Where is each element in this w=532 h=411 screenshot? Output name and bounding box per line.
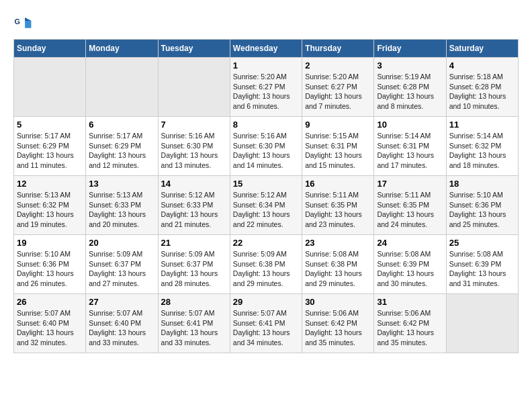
day-info: Sunrise: 5:17 AM Sunset: 6:29 PM Dayligh…: [17, 131, 83, 171]
cell-week3-day0: 12Sunrise: 5:13 AM Sunset: 6:32 PM Dayli…: [14, 176, 86, 235]
cell-week2-day3: 8Sunrise: 5:16 AM Sunset: 6:30 PM Daylig…: [230, 117, 302, 176]
header-row: SundayMondayTuesdayWednesdayThursdayFrid…: [14, 40, 519, 58]
cell-week5-day1: 27Sunrise: 5:07 AM Sunset: 6:40 PM Dayli…: [86, 294, 158, 353]
cell-week4-day5: 24Sunrise: 5:08 AM Sunset: 6:39 PM Dayli…: [374, 235, 446, 294]
day-number: 5: [17, 120, 83, 130]
cell-week1-day6: 4Sunrise: 5:18 AM Sunset: 6:28 PM Daylig…: [446, 58, 518, 117]
cell-week3-day4: 16Sunrise: 5:11 AM Sunset: 6:35 PM Dayli…: [302, 176, 374, 235]
header: G: [13, 13, 519, 32]
day-info: Sunrise: 5:09 AM Sunset: 6:37 PM Dayligh…: [161, 249, 227, 289]
svg-marker-3: [25, 17, 31, 21]
week-row-5: 26Sunrise: 5:07 AM Sunset: 6:40 PM Dayli…: [14, 294, 519, 353]
week-row-3: 12Sunrise: 5:13 AM Sunset: 6:32 PM Dayli…: [14, 176, 519, 235]
cell-week3-day3: 15Sunrise: 5:12 AM Sunset: 6:34 PM Dayli…: [230, 176, 302, 235]
day-info: Sunrise: 5:15 AM Sunset: 6:31 PM Dayligh…: [305, 131, 371, 171]
cell-week4-day3: 22Sunrise: 5:09 AM Sunset: 6:38 PM Dayli…: [230, 235, 302, 294]
col-header-tuesday: Tuesday: [158, 40, 230, 58]
cell-week4-day2: 21Sunrise: 5:09 AM Sunset: 6:37 PM Dayli…: [158, 235, 230, 294]
day-number: 16: [305, 179, 371, 189]
day-number: 14: [161, 179, 227, 189]
day-info: Sunrise: 5:06 AM Sunset: 6:42 PM Dayligh…: [377, 308, 443, 348]
day-number: 27: [89, 297, 154, 307]
day-number: 15: [233, 179, 299, 189]
cell-week5-day0: 26Sunrise: 5:07 AM Sunset: 6:40 PM Dayli…: [14, 294, 86, 353]
cell-week1-day0: [14, 58, 86, 117]
day-number: 29: [233, 297, 299, 307]
cell-week4-day0: 19Sunrise: 5:10 AM Sunset: 6:36 PM Dayli…: [14, 235, 86, 294]
cell-week3-day6: 18Sunrise: 5:10 AM Sunset: 6:36 PM Dayli…: [446, 176, 518, 235]
day-info: Sunrise: 5:19 AM Sunset: 6:28 PM Dayligh…: [377, 72, 443, 111]
cell-week1-day3: 1Sunrise: 5:20 AM Sunset: 6:27 PM Daylig…: [230, 58, 302, 117]
day-info: Sunrise: 5:13 AM Sunset: 6:33 PM Dayligh…: [89, 190, 154, 230]
cell-week2-day1: 6Sunrise: 5:17 AM Sunset: 6:29 PM Daylig…: [86, 117, 158, 176]
day-number: 23: [305, 238, 371, 248]
day-number: 6: [89, 120, 154, 130]
calendar-table: SundayMondayTuesdayWednesdayThursdayFrid…: [13, 39, 519, 353]
day-number: 18: [449, 179, 515, 189]
day-info: Sunrise: 5:12 AM Sunset: 6:34 PM Dayligh…: [233, 190, 299, 230]
cell-week5-day6: [446, 294, 518, 353]
day-number: 4: [449, 60, 515, 71]
cell-week1-day2: [158, 58, 230, 117]
cell-week5-day4: 30Sunrise: 5:06 AM Sunset: 6:42 PM Dayli…: [302, 294, 374, 353]
day-info: Sunrise: 5:11 AM Sunset: 6:35 PM Dayligh…: [305, 190, 371, 230]
day-number: 26: [17, 297, 83, 307]
cell-week3-day1: 13Sunrise: 5:13 AM Sunset: 6:33 PM Dayli…: [86, 176, 158, 235]
day-info: Sunrise: 5:10 AM Sunset: 6:36 PM Dayligh…: [17, 249, 83, 289]
day-info: Sunrise: 5:11 AM Sunset: 6:35 PM Dayligh…: [377, 190, 443, 230]
cell-week5-day5: 31Sunrise: 5:06 AM Sunset: 6:42 PM Dayli…: [374, 294, 446, 353]
col-header-monday: Monday: [86, 40, 158, 58]
day-number: 8: [233, 120, 299, 130]
day-number: 1: [233, 60, 299, 71]
cell-week4-day6: 25Sunrise: 5:08 AM Sunset: 6:39 PM Dayli…: [446, 235, 518, 294]
cell-week1-day5: 3Sunrise: 5:19 AM Sunset: 6:28 PM Daylig…: [374, 58, 446, 117]
day-number: 24: [377, 238, 443, 248]
day-info: Sunrise: 5:06 AM Sunset: 6:42 PM Dayligh…: [305, 308, 371, 348]
day-info: Sunrise: 5:18 AM Sunset: 6:28 PM Dayligh…: [449, 72, 515, 111]
day-number: 12: [17, 179, 83, 189]
day-info: Sunrise: 5:16 AM Sunset: 6:30 PM Dayligh…: [161, 131, 227, 171]
col-header-sunday: Sunday: [14, 40, 86, 58]
day-number: 10: [377, 120, 443, 130]
cell-week2-day4: 9Sunrise: 5:15 AM Sunset: 6:31 PM Daylig…: [302, 117, 374, 176]
week-row-2: 5Sunrise: 5:17 AM Sunset: 6:29 PM Daylig…: [14, 117, 519, 176]
day-number: 22: [233, 238, 299, 248]
svg-text:G: G: [15, 17, 20, 26]
day-number: 19: [17, 238, 83, 248]
day-number: 20: [89, 238, 154, 248]
day-number: 31: [377, 297, 443, 307]
cell-week2-day6: 11Sunrise: 5:14 AM Sunset: 6:32 PM Dayli…: [446, 117, 518, 176]
day-info: Sunrise: 5:07 AM Sunset: 6:41 PM Dayligh…: [233, 308, 299, 348]
day-number: 9: [305, 120, 371, 130]
day-info: Sunrise: 5:09 AM Sunset: 6:38 PM Dayligh…: [233, 249, 299, 289]
cell-week4-day1: 20Sunrise: 5:09 AM Sunset: 6:37 PM Dayli…: [86, 235, 158, 294]
day-number: 28: [161, 297, 227, 307]
day-info: Sunrise: 5:07 AM Sunset: 6:41 PM Dayligh…: [161, 308, 227, 348]
day-info: Sunrise: 5:09 AM Sunset: 6:37 PM Dayligh…: [89, 249, 154, 289]
day-number: 3: [377, 60, 443, 71]
col-header-thursday: Thursday: [302, 40, 374, 58]
cell-week2-day5: 10Sunrise: 5:14 AM Sunset: 6:31 PM Dayli…: [374, 117, 446, 176]
day-info: Sunrise: 5:17 AM Sunset: 6:29 PM Dayligh…: [89, 131, 154, 171]
day-info: Sunrise: 5:20 AM Sunset: 6:27 PM Dayligh…: [305, 72, 371, 111]
day-info: Sunrise: 5:08 AM Sunset: 6:39 PM Dayligh…: [449, 249, 515, 289]
cell-week5-day3: 29Sunrise: 5:07 AM Sunset: 6:41 PM Dayli…: [230, 294, 302, 353]
day-number: 11: [449, 120, 515, 130]
day-info: Sunrise: 5:14 AM Sunset: 6:31 PM Dayligh…: [377, 131, 443, 171]
day-info: Sunrise: 5:13 AM Sunset: 6:32 PM Dayligh…: [17, 190, 83, 230]
cell-week1-day1: [86, 58, 158, 117]
day-info: Sunrise: 5:08 AM Sunset: 6:39 PM Dayligh…: [377, 249, 443, 289]
logo-icon: G: [13, 13, 32, 32]
day-number: 30: [305, 297, 371, 307]
cell-week1-day4: 2Sunrise: 5:20 AM Sunset: 6:27 PM Daylig…: [302, 58, 374, 117]
cell-week5-day2: 28Sunrise: 5:07 AM Sunset: 6:41 PM Dayli…: [158, 294, 230, 353]
day-number: 25: [449, 238, 515, 248]
day-number: 7: [161, 120, 227, 130]
cell-week3-day2: 14Sunrise: 5:12 AM Sunset: 6:33 PM Dayli…: [158, 176, 230, 235]
col-header-wednesday: Wednesday: [230, 40, 302, 58]
day-info: Sunrise: 5:07 AM Sunset: 6:40 PM Dayligh…: [89, 308, 154, 348]
col-header-saturday: Saturday: [446, 40, 518, 58]
week-row-4: 19Sunrise: 5:10 AM Sunset: 6:36 PM Dayli…: [14, 235, 519, 294]
cell-week2-day2: 7Sunrise: 5:16 AM Sunset: 6:30 PM Daylig…: [158, 117, 230, 176]
day-info: Sunrise: 5:16 AM Sunset: 6:30 PM Dayligh…: [233, 131, 299, 171]
